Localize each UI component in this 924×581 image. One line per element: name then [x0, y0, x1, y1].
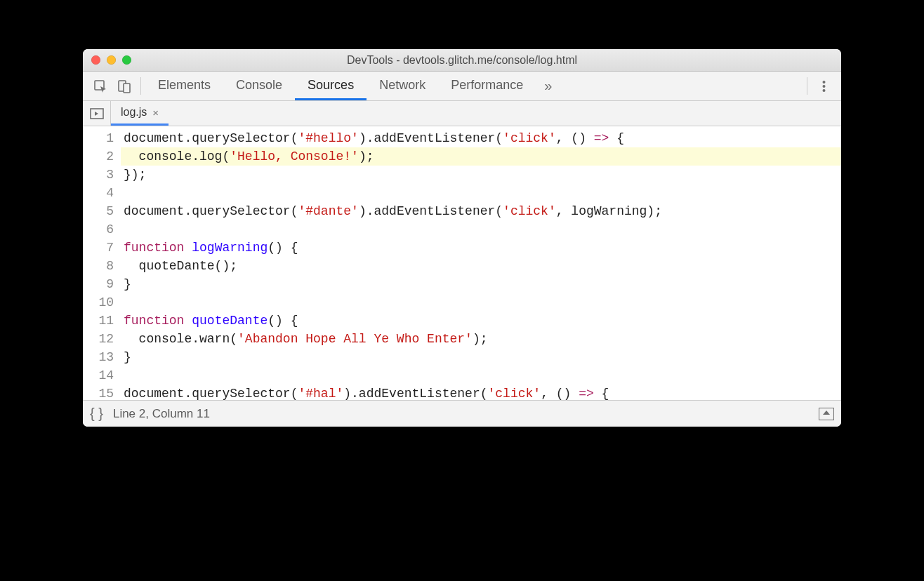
sources-file-tabbar: log.js ×	[83, 101, 841, 126]
panel-tab-elements[interactable]: Elements	[145, 72, 223, 100]
code-line[interactable]: quoteDante();	[121, 257, 841, 275]
svg-point-5	[822, 89, 825, 92]
code-area[interactable]: document.querySelector('#hello').addEven…	[121, 126, 841, 400]
line-number[interactable]: 8	[83, 257, 114, 275]
kebab-menu-button[interactable]	[812, 72, 836, 100]
svg-point-4	[822, 85, 825, 88]
panel-tabstrip: ElementsConsoleSourcesNetworkPerformance…	[83, 72, 841, 101]
traffic-lights	[83, 55, 131, 65]
line-number[interactable]: 1	[83, 129, 114, 147]
line-number[interactable]: 7	[83, 239, 114, 257]
code-line[interactable]: }	[121, 348, 841, 366]
code-line[interactable]	[121, 366, 841, 385]
window-zoom-button[interactable]	[122, 55, 131, 65]
separator	[140, 77, 141, 95]
code-line[interactable]: }	[121, 275, 841, 293]
source-editor[interactable]: 123456789101112131415 document.querySele…	[83, 126, 841, 400]
panel-tab-performance[interactable]: Performance	[438, 72, 536, 100]
code-line[interactable]: });	[121, 166, 841, 184]
toggle-drawer-button[interactable]	[819, 408, 834, 420]
line-number[interactable]: 6	[83, 220, 114, 239]
panel-tab-sources[interactable]: Sources	[295, 72, 367, 100]
line-number[interactable]: 2	[83, 147, 114, 166]
line-number-gutter[interactable]: 123456789101112131415	[83, 126, 121, 400]
inspect-element-button[interactable]	[88, 72, 112, 100]
pretty-print-button[interactable]: { }	[90, 406, 103, 422]
code-line[interactable]	[121, 293, 841, 312]
code-line[interactable]: document.querySelector('#dante').addEven…	[121, 202, 841, 220]
code-line[interactable]: function logWarning() {	[121, 239, 841, 257]
show-navigator-button[interactable]	[83, 101, 111, 126]
code-line[interactable]	[121, 184, 841, 202]
close-tab-button[interactable]: ×	[152, 107, 159, 119]
line-number[interactable]: 12	[83, 330, 114, 348]
code-line[interactable]: document.querySelector('#hello').addEven…	[121, 129, 841, 147]
cursor-position: Line 2, Column 11	[113, 407, 210, 421]
window-minimize-button[interactable]	[107, 55, 116, 65]
code-line[interactable]: document.querySelector('#hal').addEventL…	[121, 385, 841, 400]
editor-statusbar: { } Line 2, Column 11	[83, 400, 841, 427]
file-tab-label: log.js	[121, 106, 147, 119]
separator	[807, 77, 807, 95]
line-number[interactable]: 5	[83, 202, 114, 220]
code-line[interactable]: console.log('Hello, Console!');	[121, 147, 841, 166]
line-number[interactable]: 13	[83, 348, 114, 366]
code-line[interactable]	[121, 220, 841, 239]
line-number[interactable]: 4	[83, 184, 114, 202]
file-tab-log-js[interactable]: log.js ×	[111, 101, 169, 126]
chevron-right-double-icon: »	[544, 78, 552, 94]
code-line[interactable]: console.warn('Abandon Hope All Ye Who En…	[121, 330, 841, 348]
svg-rect-2	[124, 84, 130, 93]
line-number[interactable]: 14	[83, 366, 114, 385]
line-number[interactable]: 10	[83, 293, 114, 312]
window-close-button[interactable]	[91, 55, 100, 65]
tabs-overflow-button[interactable]: »	[536, 72, 560, 100]
code-line[interactable]: function quoteDante() {	[121, 312, 841, 330]
line-number[interactable]: 11	[83, 312, 114, 330]
line-number[interactable]: 3	[83, 166, 114, 184]
window-title: DevTools - devtools.glitch.me/console/lo…	[83, 54, 841, 67]
devtools-window: DevTools - devtools.glitch.me/console/lo…	[83, 49, 841, 427]
line-number[interactable]: 15	[83, 385, 114, 400]
window-titlebar: DevTools - devtools.glitch.me/console/lo…	[83, 49, 841, 72]
device-toolbar-button[interactable]	[112, 72, 136, 100]
svg-point-3	[822, 81, 825, 84]
panel-tab-console[interactable]: Console	[223, 72, 295, 100]
line-number[interactable]: 9	[83, 275, 114, 293]
panel-tab-network[interactable]: Network	[367, 72, 438, 100]
